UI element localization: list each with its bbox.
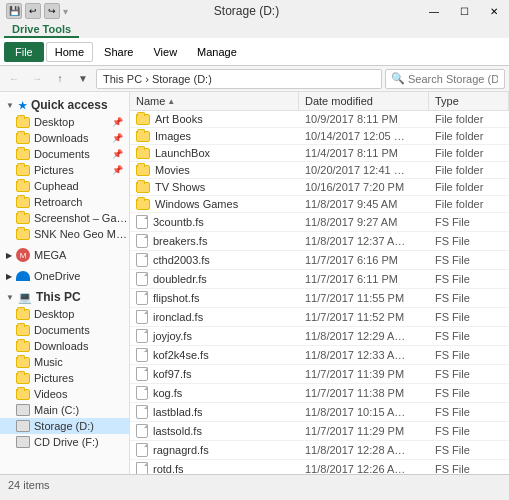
table-row[interactable]: breakers.fs 11/8/2017 12:37 A… FS File xyxy=(130,232,509,251)
chevron-down-icon: ▼ xyxy=(6,101,14,110)
table-row[interactable]: LaunchBox 11/4/2017 8:11 PM File folder xyxy=(130,145,509,162)
chevron-down-icon: ▼ xyxy=(6,293,14,302)
file-date: 11/8/2017 12:37 A… xyxy=(299,233,429,249)
sidebar-item-screenshot[interactable]: Screenshot – Ga… xyxy=(0,210,129,226)
search-input[interactable] xyxy=(408,73,498,85)
tab-home[interactable]: Home xyxy=(46,42,93,62)
sidebar-item-drive-d[interactable]: Storage (D:) xyxy=(0,418,129,434)
table-row[interactable]: Movies 10/20/2017 12:41 … File folder xyxy=(130,162,509,179)
file-type: FS File xyxy=(429,442,509,458)
file-icon xyxy=(136,215,148,229)
file-icon xyxy=(136,405,148,419)
column-header-name[interactable]: Name ▲ xyxy=(130,92,299,110)
table-row[interactable]: lastblad.fs 11/8/2017 10:15 A… FS File xyxy=(130,403,509,422)
toolbar-dropdown[interactable]: ▾ xyxy=(63,6,68,17)
table-row[interactable]: lastsold.fs 11/7/2017 11:29 PM FS File xyxy=(130,422,509,441)
column-header-type[interactable]: Type xyxy=(429,92,509,110)
search-icon: 🔍 xyxy=(391,72,405,85)
file-icon xyxy=(136,367,148,381)
chevron-right-icon: ▶ xyxy=(6,272,12,281)
file-name: lastblad.fs xyxy=(130,403,299,421)
table-row[interactable]: cthd2003.fs 11/7/2017 6:16 PM FS File xyxy=(130,251,509,270)
file-date: 11/7/2017 11:55 PM xyxy=(299,290,429,306)
folder-icon xyxy=(16,341,30,352)
sidebar-item-documents-quick[interactable]: Documents 📌 xyxy=(0,146,129,162)
drive-icon xyxy=(16,420,30,432)
table-row[interactable]: TV Shows 10/16/2017 7:20 PM File folder xyxy=(130,179,509,196)
column-header-date[interactable]: Date modified xyxy=(299,92,429,110)
table-row[interactable]: flipshot.fs 11/7/2017 11:55 PM FS File xyxy=(130,289,509,308)
drive-icon xyxy=(16,404,30,416)
sidebar-item-retroarch[interactable]: Retroarch xyxy=(0,194,129,210)
sidebar-item-onedrive[interactable]: ▶ OneDrive xyxy=(0,268,129,284)
quick-access-header[interactable]: ▼ ★ Quick access xyxy=(0,96,129,114)
back-button[interactable]: ← xyxy=(4,69,24,89)
tab-manage[interactable]: Manage xyxy=(188,42,246,62)
file-icon xyxy=(136,348,148,362)
file-date: 11/4/2017 8:11 PM xyxy=(299,145,429,161)
forward-button[interactable]: → xyxy=(27,69,47,89)
status-bar: 24 items xyxy=(0,474,509,494)
sidebar-item-pictures-pc[interactable]: Pictures xyxy=(0,370,129,386)
table-row[interactable]: ragnagrd.fs 11/8/2017 12:28 A… FS File xyxy=(130,441,509,460)
sidebar-item-downloads-pc[interactable]: Downloads xyxy=(0,338,129,354)
close-button[interactable]: ✕ xyxy=(479,2,509,20)
onedrive-icon xyxy=(16,271,30,281)
folder-icon xyxy=(136,199,150,210)
file-type: FS File xyxy=(429,290,509,306)
tab-file[interactable]: File xyxy=(4,42,44,62)
table-row[interactable]: Images 10/14/2017 12:05 … File folder xyxy=(130,128,509,145)
quick-access-toolbar-icon[interactable]: 💾 xyxy=(6,3,22,19)
sidebar-item-music[interactable]: Music xyxy=(0,354,129,370)
sidebar-item-desktop-quick[interactable]: Desktop 📌 xyxy=(0,114,129,130)
table-row[interactable]: rotd.fs 11/8/2017 12:26 A… FS File xyxy=(130,460,509,474)
table-row[interactable]: joyjoy.fs 11/8/2017 12:29 A… FS File xyxy=(130,327,509,346)
table-row[interactable]: 3countb.fs 11/8/2017 9:27 AM FS File xyxy=(130,213,509,232)
file-type: FS File xyxy=(429,404,509,420)
recent-button[interactable]: ▼ xyxy=(73,69,93,89)
sidebar-item-documents-pc[interactable]: Documents xyxy=(0,322,129,338)
file-date: 11/7/2017 11:38 PM xyxy=(299,385,429,401)
folder-icon xyxy=(16,149,30,160)
redo-icon[interactable]: ↪ xyxy=(44,3,60,19)
file-type: FS File xyxy=(429,309,509,325)
file-name: ragnagrd.fs xyxy=(130,441,299,459)
window-title: Storage (D:) xyxy=(74,4,419,18)
file-type: File folder xyxy=(429,128,509,144)
sidebar-item-desktop-pc[interactable]: Desktop xyxy=(0,306,129,322)
sidebar-item-drive-f[interactable]: CD Drive (F:) xyxy=(0,434,129,450)
sidebar-item-pictures-quick[interactable]: Pictures 📌 xyxy=(0,162,129,178)
file-name: rotd.fs xyxy=(130,460,299,474)
drive-tools-label[interactable]: Drive Tools xyxy=(4,22,79,38)
folder-icon xyxy=(136,131,150,142)
file-type: FS File xyxy=(429,328,509,344)
undo-icon[interactable]: ↩ xyxy=(25,3,41,19)
minimize-button[interactable]: — xyxy=(419,2,449,20)
sidebar-item-cuphead[interactable]: Cuphead xyxy=(0,178,129,194)
up-button[interactable]: ↑ xyxy=(50,69,70,89)
main-content: ▼ ★ Quick access Desktop 📌 Downloads 📌 D… xyxy=(0,92,509,474)
tab-view[interactable]: View xyxy=(144,42,186,62)
table-row[interactable]: kog.fs 11/7/2017 11:38 PM FS File xyxy=(130,384,509,403)
maximize-button[interactable]: ☐ xyxy=(449,2,479,20)
this-pc-header[interactable]: ▼ 💻 This PC xyxy=(0,288,129,306)
folder-icon xyxy=(136,148,150,159)
sidebar-item-drive-c[interactable]: Main (C:) xyxy=(0,402,129,418)
sidebar-item-videos[interactable]: Videos xyxy=(0,386,129,402)
table-row[interactable]: ironclad.fs 11/7/2017 11:52 PM FS File xyxy=(130,308,509,327)
file-type: FS File xyxy=(429,461,509,474)
sidebar-item-mega[interactable]: ▶ M MEGA xyxy=(0,246,129,264)
file-icon xyxy=(136,310,148,324)
file-name: joyjoy.fs xyxy=(130,327,299,345)
table-row[interactable]: kof97.fs 11/7/2017 11:39 PM FS File xyxy=(130,365,509,384)
table-row[interactable]: Windows Games 11/8/2017 9:45 AM File fol… xyxy=(130,196,509,213)
table-row[interactable]: Art Books 10/9/2017 8:11 PM File folder xyxy=(130,111,509,128)
sidebar-item-snk[interactable]: SNK Neo Geo M… xyxy=(0,226,129,242)
file-name: kof97.fs xyxy=(130,365,299,383)
sidebar-item-downloads-quick[interactable]: Downloads 📌 xyxy=(0,130,129,146)
address-path[interactable]: This PC › Storage (D:) xyxy=(96,69,382,89)
file-date: 11/8/2017 10:15 A… xyxy=(299,404,429,420)
table-row[interactable]: doubledr.fs 11/7/2017 6:11 PM FS File xyxy=(130,270,509,289)
tab-share[interactable]: Share xyxy=(95,42,142,62)
table-row[interactable]: kof2k4se.fs 11/8/2017 12:33 A… FS File xyxy=(130,346,509,365)
